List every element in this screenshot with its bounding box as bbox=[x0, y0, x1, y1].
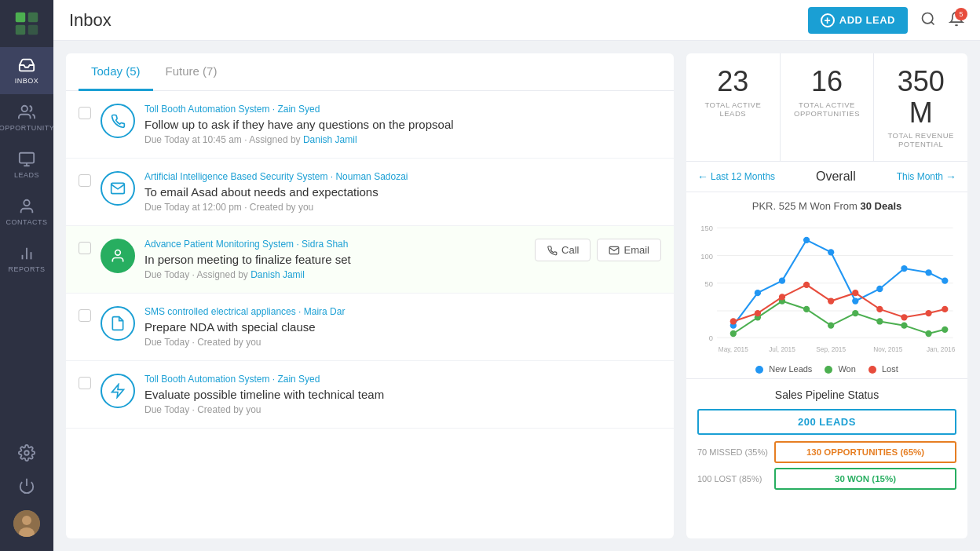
sidebar-item-settings[interactable] bbox=[13, 438, 40, 468]
tab-today[interactable]: Today (5) bbox=[79, 53, 153, 91]
pipeline-missed-label: 70 MISSED (35%) bbox=[697, 447, 768, 457]
svg-point-52 bbox=[901, 323, 907, 329]
task-checkbox[interactable] bbox=[79, 107, 91, 119]
task-item: SMS controlled electrical appliances · M… bbox=[66, 294, 674, 361]
task-checkbox[interactable] bbox=[79, 377, 91, 389]
contacts-label: CONTACTS bbox=[6, 218, 48, 226]
svg-point-44 bbox=[942, 278, 948, 284]
inbox-panel: Today (5) Future (7) Toll Booth A bbox=[66, 53, 674, 538]
task-body: Toll Booth Automation System · Zain Syed… bbox=[144, 374, 661, 415]
task-checkbox[interactable] bbox=[79, 174, 91, 187]
contacts-icon bbox=[18, 198, 35, 215]
svg-text:Jul, 2015: Jul, 2015 bbox=[769, 345, 795, 353]
svg-text:May, 2015: May, 2015 bbox=[719, 345, 748, 353]
sidebar: INBOX OPPORTUNITY LEADS CO bbox=[0, 0, 53, 551]
svg-point-63 bbox=[925, 310, 931, 316]
tab-future[interactable]: Future (7) bbox=[153, 53, 230, 91]
task-actions: Call Email bbox=[535, 239, 661, 261]
svg-point-50 bbox=[852, 310, 858, 316]
stat-active-opportunities: 16 TOTAL ACTIVE OPPORTUNITIES bbox=[781, 53, 875, 161]
sidebar-item-inbox[interactable]: INBOX bbox=[0, 47, 53, 94]
stat-revenue-label: TOTAL REVENUE POTENTIAL bbox=[883, 131, 958, 148]
task-icon-document bbox=[101, 306, 135, 341]
sidebar-item-reports[interactable]: REPORTS bbox=[0, 235, 53, 283]
email-action-icon bbox=[609, 245, 620, 256]
notification-button[interactable]: 5 bbox=[949, 11, 964, 29]
user-avatar[interactable] bbox=[13, 510, 40, 537]
task-title: To email Asad about needs and expectatio… bbox=[144, 185, 661, 199]
email-icon bbox=[110, 181, 126, 196]
task-item: Toll Booth Automation System · Zain Syed… bbox=[66, 91, 674, 159]
svg-point-64 bbox=[942, 306, 948, 312]
svg-line-18 bbox=[931, 22, 934, 25]
left-arrow-icon: ← bbox=[697, 170, 708, 183]
stat-leads-number: 23 bbox=[696, 66, 770, 97]
right-panel: 23 TOTAL ACTIVE LEADS 16 TOTAL ACTIVE OP… bbox=[686, 53, 967, 538]
svg-point-17 bbox=[923, 13, 933, 24]
stat-opps-number: 16 bbox=[790, 66, 865, 97]
svg-point-48 bbox=[803, 306, 810, 312]
add-lead-button[interactable]: + ADD LEAD bbox=[808, 7, 908, 34]
reports-label: REPORTS bbox=[9, 265, 46, 273]
power-icon bbox=[18, 477, 35, 494]
pipeline-won-bar[interactable]: 30 WON (15%) bbox=[774, 468, 956, 490]
assignee-link[interactable]: Danish Jamil bbox=[303, 134, 357, 145]
svg-point-4 bbox=[22, 106, 27, 111]
avatar-image bbox=[13, 510, 40, 537]
settings-icon bbox=[18, 444, 35, 462]
person-icon bbox=[110, 248, 126, 264]
current-period-label: Overall bbox=[816, 170, 856, 184]
task-source: SMS controlled electrical appliances · M… bbox=[144, 306, 661, 317]
svg-point-49 bbox=[828, 323, 834, 329]
header-actions: + ADD LEAD 5 bbox=[808, 7, 964, 34]
leads-icon bbox=[18, 151, 35, 168]
lightning-icon bbox=[110, 383, 126, 399]
task-source: Artificial Intelligence Based Security S… bbox=[144, 171, 661, 182]
assignee-link[interactable]: Danish Jamil bbox=[250, 269, 305, 280]
chart-svg: 150 100 50 0 May, 2015 Jul, 2015 Sep, 20… bbox=[693, 218, 961, 359]
task-checkbox[interactable] bbox=[79, 242, 91, 254]
task-checkbox[interactable] bbox=[79, 309, 91, 322]
svg-point-12 bbox=[24, 451, 29, 455]
chart-legend: New Leads Won Lost bbox=[693, 364, 961, 374]
notification-badge: 5 bbox=[955, 8, 967, 20]
svg-point-54 bbox=[942, 327, 948, 333]
task-meta: Due Today · Assigned by Danish Jamil bbox=[144, 269, 525, 280]
search-button[interactable] bbox=[920, 11, 936, 29]
svg-point-56 bbox=[755, 310, 761, 316]
pipeline-sub-row-green: 100 LOST (85%) 30 WON (15%) bbox=[697, 468, 956, 490]
sidebar-item-opportunity[interactable]: OPPORTUNITY bbox=[0, 94, 53, 141]
sidebar-item-leads[interactable]: LEADS bbox=[0, 141, 53, 188]
task-title: Follow up to ask if they have any questi… bbox=[144, 118, 661, 131]
task-body: Advance Patient Monitoring System · Sidr… bbox=[144, 239, 525, 280]
inbox-label: INBOX bbox=[15, 77, 39, 85]
task-body: SMS controlled electrical appliances · M… bbox=[144, 306, 661, 348]
next-period-link[interactable]: This Month → bbox=[897, 170, 956, 183]
svg-point-58 bbox=[803, 282, 810, 288]
chart-title: PKR. 525 M Won From 30 Deals bbox=[693, 200, 961, 212]
right-arrow-icon: → bbox=[945, 170, 956, 183]
sidebar-item-power[interactable] bbox=[13, 471, 40, 501]
reports-icon bbox=[18, 245, 35, 262]
stat-active-leads: 23 TOTAL ACTIVE LEADS bbox=[686, 53, 781, 161]
svg-text:Jan, 2016: Jan, 2016 bbox=[927, 345, 956, 353]
task-source: Toll Booth Automation System · Zain Syed bbox=[144, 104, 661, 115]
svg-text:0: 0 bbox=[709, 335, 713, 343]
svg-point-8 bbox=[24, 200, 29, 206]
task-title: Prepare NDA with special clause bbox=[144, 320, 661, 334]
svg-point-45 bbox=[730, 330, 737, 337]
svg-marker-20 bbox=[112, 385, 124, 398]
task-title: Evaluate possible timeline with technica… bbox=[144, 388, 661, 401]
sidebar-item-contacts[interactable]: CONTACTS bbox=[0, 188, 53, 235]
pipeline-sub-row-orange: 70 MISSED (35%) 130 OPPORTUNITIES (65%) bbox=[697, 441, 956, 463]
task-icon-email bbox=[101, 171, 135, 206]
pipeline-opportunities-bar[interactable]: 130 OPPORTUNITIES (65%) bbox=[774, 441, 956, 463]
task-item: Toll Booth Automation System · Zain Syed… bbox=[66, 361, 674, 429]
pipeline-section: Sales Pipeline Status 200 LEADS 70 MISSE… bbox=[686, 379, 967, 504]
pipeline-main-bar[interactable]: 200 LEADS bbox=[697, 409, 956, 435]
task-meta: Due Today at 10:45 am · Assigned by Dani… bbox=[144, 134, 661, 145]
call-button[interactable]: Call bbox=[535, 239, 591, 261]
prev-period-link[interactable]: ← Last 12 Months bbox=[697, 170, 775, 183]
opportunity-icon bbox=[18, 104, 35, 121]
email-button[interactable]: Email bbox=[597, 239, 661, 261]
